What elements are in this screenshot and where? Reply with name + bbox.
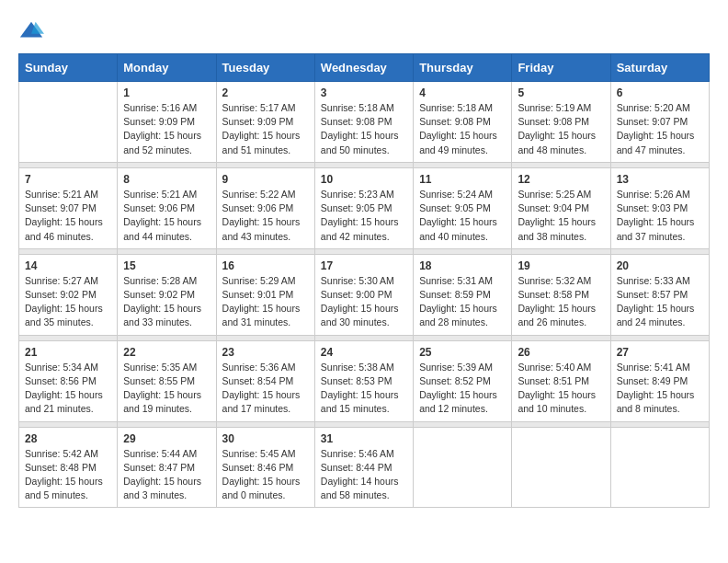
day-cell: 4Sunrise: 5:18 AM Sunset: 9:08 PM Daylig… [414, 82, 512, 163]
day-cell: 3Sunrise: 5:18 AM Sunset: 9:08 PM Daylig… [314, 82, 413, 163]
day-number: 11 [419, 173, 506, 186]
header-cell-sunday: Sunday [19, 54, 118, 82]
day-info: Sunrise: 5:26 AM Sunset: 9:03 PM Dayligh… [617, 188, 703, 244]
day-cell: 18Sunrise: 5:31 AM Sunset: 8:59 PM Dayli… [414, 254, 512, 335]
day-number: 19 [518, 259, 604, 272]
day-cell: 28Sunrise: 5:42 AM Sunset: 8:48 PM Dayli… [19, 427, 118, 508]
header-cell-thursday: Thursday [414, 54, 512, 82]
day-info: Sunrise: 5:29 AM Sunset: 9:01 PM Dayligh… [222, 274, 309, 330]
day-cell: 2Sunrise: 5:17 AM Sunset: 9:09 PM Daylig… [216, 82, 314, 163]
day-info: Sunrise: 5:17 AM Sunset: 9:09 PM Dayligh… [222, 101, 309, 157]
day-cell: 21Sunrise: 5:34 AM Sunset: 8:56 PM Dayli… [19, 340, 118, 421]
day-cell: 16Sunrise: 5:29 AM Sunset: 9:01 PM Dayli… [216, 254, 314, 335]
day-cell: 24Sunrise: 5:38 AM Sunset: 8:53 PM Dayli… [314, 340, 413, 421]
day-number: 7 [25, 173, 111, 186]
day-number: 14 [25, 259, 111, 272]
day-info: Sunrise: 5:38 AM Sunset: 8:53 PM Dayligh… [321, 361, 407, 417]
day-info: Sunrise: 5:16 AM Sunset: 9:09 PM Dayligh… [123, 101, 210, 157]
day-info: Sunrise: 5:21 AM Sunset: 9:07 PM Dayligh… [25, 188, 111, 244]
day-cell: 9Sunrise: 5:22 AM Sunset: 9:06 PM Daylig… [216, 167, 314, 248]
day-number: 30 [222, 432, 309, 445]
day-cell: 5Sunrise: 5:19 AM Sunset: 9:08 PM Daylig… [512, 82, 610, 163]
day-info: Sunrise: 5:30 AM Sunset: 9:00 PM Dayligh… [321, 274, 407, 330]
day-number: 23 [222, 346, 309, 359]
day-info: Sunrise: 5:24 AM Sunset: 9:05 PM Dayligh… [419, 188, 506, 244]
day-number: 22 [123, 346, 210, 359]
day-cell [19, 82, 118, 163]
day-cell: 10Sunrise: 5:23 AM Sunset: 9:05 PM Dayli… [314, 167, 413, 248]
header-cell-tuesday: Tuesday [216, 54, 314, 82]
day-info: Sunrise: 5:31 AM Sunset: 8:59 PM Dayligh… [419, 274, 506, 330]
day-cell: 30Sunrise: 5:45 AM Sunset: 8:46 PM Dayli… [216, 427, 314, 508]
day-number: 24 [321, 346, 407, 359]
day-number: 5 [518, 86, 604, 99]
day-cell: 19Sunrise: 5:32 AM Sunset: 8:58 PM Dayli… [512, 254, 610, 335]
day-info: Sunrise: 5:21 AM Sunset: 9:06 PM Dayligh… [123, 188, 210, 244]
day-info: Sunrise: 5:32 AM Sunset: 8:58 PM Dayligh… [518, 274, 604, 330]
day-number: 26 [518, 346, 604, 359]
day-number: 1 [123, 86, 210, 99]
day-number: 6 [617, 86, 703, 99]
day-cell: 1Sunrise: 5:16 AM Sunset: 9:09 PM Daylig… [118, 82, 216, 163]
day-number: 15 [123, 259, 210, 272]
page-header [18, 18, 710, 44]
header-row: SundayMondayTuesdayWednesdayThursdayFrid… [19, 54, 710, 82]
day-cell: 8Sunrise: 5:21 AM Sunset: 9:06 PM Daylig… [118, 167, 216, 248]
day-cell: 31Sunrise: 5:46 AM Sunset: 8:44 PM Dayli… [314, 427, 413, 508]
day-cell [610, 427, 709, 508]
day-cell: 6Sunrise: 5:20 AM Sunset: 9:07 PM Daylig… [610, 82, 709, 163]
day-info: Sunrise: 5:44 AM Sunset: 8:47 PM Dayligh… [123, 447, 210, 503]
day-cell [512, 427, 610, 508]
day-number: 21 [25, 346, 111, 359]
week-row-4: 21Sunrise: 5:34 AM Sunset: 8:56 PM Dayli… [19, 340, 710, 421]
day-cell [414, 427, 512, 508]
day-info: Sunrise: 5:18 AM Sunset: 9:08 PM Dayligh… [419, 101, 506, 157]
day-cell: 14Sunrise: 5:27 AM Sunset: 9:02 PM Dayli… [19, 254, 118, 335]
day-info: Sunrise: 5:36 AM Sunset: 8:54 PM Dayligh… [222, 361, 309, 417]
day-number: 10 [321, 173, 407, 186]
day-info: Sunrise: 5:20 AM Sunset: 9:07 PM Dayligh… [617, 101, 703, 157]
day-info: Sunrise: 5:22 AM Sunset: 9:06 PM Dayligh… [222, 188, 309, 244]
day-info: Sunrise: 5:19 AM Sunset: 9:08 PM Dayligh… [518, 101, 604, 157]
day-cell: 13Sunrise: 5:26 AM Sunset: 9:03 PM Dayli… [610, 167, 709, 248]
logo-icon [18, 18, 44, 44]
week-row-3: 14Sunrise: 5:27 AM Sunset: 9:02 PM Dayli… [19, 254, 710, 335]
header-cell-friday: Friday [512, 54, 610, 82]
day-number: 3 [321, 86, 407, 99]
day-info: Sunrise: 5:40 AM Sunset: 8:51 PM Dayligh… [518, 361, 604, 417]
calendar-table: SundayMondayTuesdayWednesdayThursdayFrid… [18, 53, 710, 508]
logo [18, 18, 48, 44]
day-number: 29 [123, 432, 210, 445]
week-row-2: 7Sunrise: 5:21 AM Sunset: 9:07 PM Daylig… [19, 167, 710, 248]
day-cell: 20Sunrise: 5:33 AM Sunset: 8:57 PM Dayli… [610, 254, 709, 335]
day-number: 13 [617, 173, 703, 186]
day-info: Sunrise: 5:25 AM Sunset: 9:04 PM Dayligh… [518, 188, 604, 244]
day-number: 17 [321, 259, 407, 272]
day-number: 25 [419, 346, 506, 359]
day-number: 12 [518, 173, 604, 186]
day-info: Sunrise: 5:42 AM Sunset: 8:48 PM Dayligh… [25, 447, 111, 503]
day-info: Sunrise: 5:18 AM Sunset: 9:08 PM Dayligh… [321, 101, 407, 157]
calendar-header: SundayMondayTuesdayWednesdayThursdayFrid… [19, 54, 710, 82]
day-cell: 22Sunrise: 5:35 AM Sunset: 8:55 PM Dayli… [118, 340, 216, 421]
day-info: Sunrise: 5:27 AM Sunset: 9:02 PM Dayligh… [25, 274, 111, 330]
day-number: 28 [25, 432, 111, 445]
day-cell: 12Sunrise: 5:25 AM Sunset: 9:04 PM Dayli… [512, 167, 610, 248]
day-number: 18 [419, 259, 506, 272]
day-number: 9 [222, 173, 309, 186]
week-row-5: 28Sunrise: 5:42 AM Sunset: 8:48 PM Dayli… [19, 427, 710, 508]
day-cell: 27Sunrise: 5:41 AM Sunset: 8:49 PM Dayli… [610, 340, 709, 421]
week-row-1: 1Sunrise: 5:16 AM Sunset: 9:09 PM Daylig… [19, 82, 710, 163]
day-number: 16 [222, 259, 309, 272]
day-number: 27 [617, 346, 703, 359]
header-cell-monday: Monday [118, 54, 216, 82]
day-number: 4 [419, 86, 506, 99]
day-cell: 26Sunrise: 5:40 AM Sunset: 8:51 PM Dayli… [512, 340, 610, 421]
day-number: 31 [321, 432, 407, 445]
day-cell: 23Sunrise: 5:36 AM Sunset: 8:54 PM Dayli… [216, 340, 314, 421]
day-info: Sunrise: 5:35 AM Sunset: 8:55 PM Dayligh… [123, 361, 210, 417]
day-info: Sunrise: 5:33 AM Sunset: 8:57 PM Dayligh… [617, 274, 703, 330]
day-info: Sunrise: 5:28 AM Sunset: 9:02 PM Dayligh… [123, 274, 210, 330]
calendar-body: 1Sunrise: 5:16 AM Sunset: 9:09 PM Daylig… [19, 82, 710, 508]
day-cell: 17Sunrise: 5:30 AM Sunset: 9:00 PM Dayli… [314, 254, 413, 335]
